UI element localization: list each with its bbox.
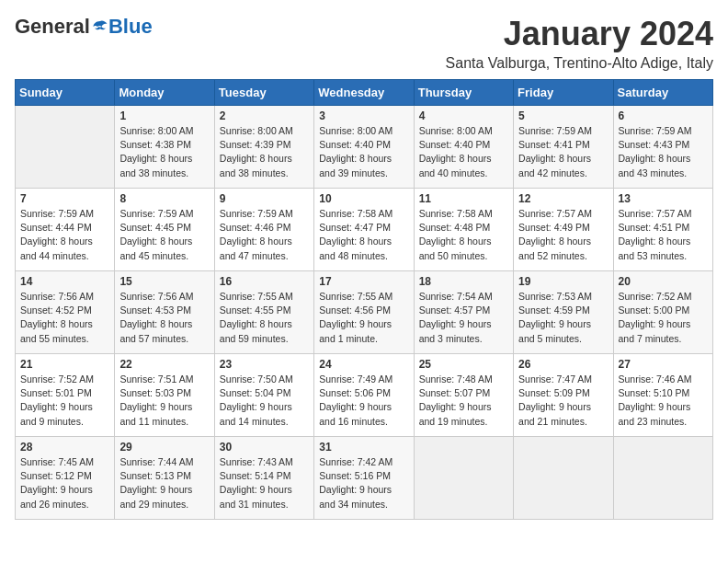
logo-bird-icon — [92, 18, 108, 35]
day-info: Sunrise: 7:48 AM Sunset: 5:07 PM Dayligh… — [419, 373, 508, 429]
calendar-cell: 24Sunrise: 7:49 AM Sunset: 5:06 PM Dayli… — [314, 354, 414, 437]
day-number: 14 — [20, 275, 109, 288]
calendar-week-row: 21Sunrise: 7:52 AM Sunset: 5:01 PM Dayli… — [16, 354, 713, 437]
day-info: Sunrise: 7:53 AM Sunset: 4:59 PM Dayligh… — [518, 290, 608, 346]
calendar-table: SundayMondayTuesdayWednesdayThursdayFrid… — [15, 79, 713, 520]
day-number: 27 — [619, 358, 708, 371]
day-info: Sunrise: 7:55 AM Sunset: 4:55 PM Dayligh… — [220, 290, 309, 346]
calendar-cell — [514, 437, 613, 520]
day-number: 15 — [119, 275, 209, 288]
calendar-week-row: 28Sunrise: 7:45 AM Sunset: 5:12 PM Dayli… — [16, 437, 713, 520]
calendar-week-row: 14Sunrise: 7:56 AM Sunset: 4:52 PM Dayli… — [16, 271, 713, 354]
calendar-cell: 29Sunrise: 7:44 AM Sunset: 5:13 PM Dayli… — [115, 437, 214, 520]
day-number: 10 — [319, 192, 408, 205]
calendar-week-row: 7Sunrise: 7:59 AM Sunset: 4:44 PM Daylig… — [16, 189, 713, 271]
day-number: 17 — [319, 275, 408, 288]
calendar-cell: 30Sunrise: 7:43 AM Sunset: 5:14 PM Dayli… — [214, 437, 313, 520]
calendar-cell — [414, 437, 513, 520]
calendar-cell: 10Sunrise: 7:58 AM Sunset: 4:47 PM Dayli… — [314, 189, 414, 271]
day-number: 8 — [119, 192, 209, 205]
day-number: 20 — [619, 275, 708, 288]
day-info: Sunrise: 7:47 AM Sunset: 5:09 PM Dayligh… — [518, 373, 608, 429]
page-header: General Blue January 2024 Santa Valburga… — [15, 15, 713, 72]
day-info: Sunrise: 7:52 AM Sunset: 5:00 PM Dayligh… — [619, 290, 708, 346]
weekday-header-saturday: Saturday — [613, 80, 712, 106]
calendar-cell — [16, 106, 115, 189]
calendar-cell: 21Sunrise: 7:52 AM Sunset: 5:01 PM Dayli… — [16, 354, 115, 437]
day-info: Sunrise: 7:58 AM Sunset: 4:48 PM Dayligh… — [419, 207, 508, 263]
day-info: Sunrise: 8:00 AM Sunset: 4:38 PM Dayligh… — [119, 124, 209, 180]
day-info: Sunrise: 7:54 AM Sunset: 4:57 PM Dayligh… — [419, 290, 508, 346]
day-info: Sunrise: 7:59 AM Sunset: 4:45 PM Dayligh… — [119, 207, 209, 263]
day-info: Sunrise: 7:45 AM Sunset: 5:12 PM Dayligh… — [20, 455, 109, 511]
day-number: 25 — [419, 358, 508, 371]
calendar-cell: 19Sunrise: 7:53 AM Sunset: 4:59 PM Dayli… — [514, 271, 613, 354]
weekday-header-thursday: Thursday — [414, 80, 513, 106]
calendar-cell: 27Sunrise: 7:46 AM Sunset: 5:10 PM Dayli… — [613, 354, 712, 437]
day-info: Sunrise: 7:57 AM Sunset: 4:51 PM Dayligh… — [619, 207, 708, 263]
day-info: Sunrise: 7:49 AM Sunset: 5:06 PM Dayligh… — [319, 373, 408, 429]
day-number: 31 — [319, 441, 408, 454]
day-number: 28 — [20, 441, 109, 454]
title-section: January 2024 Santa Valburga, Trentino-Al… — [446, 15, 713, 72]
day-info: Sunrise: 7:56 AM Sunset: 4:52 PM Dayligh… — [20, 290, 109, 346]
calendar-cell: 2Sunrise: 8:00 AM Sunset: 4:39 PM Daylig… — [214, 106, 313, 189]
day-info: Sunrise: 8:00 AM Sunset: 4:39 PM Dayligh… — [220, 124, 309, 180]
calendar-cell: 28Sunrise: 7:45 AM Sunset: 5:12 PM Dayli… — [16, 437, 115, 520]
day-info: Sunrise: 7:58 AM Sunset: 4:47 PM Dayligh… — [319, 207, 408, 263]
calendar-cell: 18Sunrise: 7:54 AM Sunset: 4:57 PM Dayli… — [414, 271, 513, 354]
logo-general-text: General — [15, 15, 90, 39]
day-info: Sunrise: 7:50 AM Sunset: 5:04 PM Dayligh… — [220, 373, 309, 429]
day-info: Sunrise: 7:42 AM Sunset: 5:16 PM Dayligh… — [319, 455, 408, 511]
day-info: Sunrise: 8:00 AM Sunset: 4:40 PM Dayligh… — [419, 124, 508, 180]
day-number: 30 — [220, 441, 309, 454]
day-info: Sunrise: 7:55 AM Sunset: 4:56 PM Dayligh… — [319, 290, 408, 346]
calendar-cell: 12Sunrise: 7:57 AM Sunset: 4:49 PM Dayli… — [514, 189, 613, 271]
weekday-header-friday: Friday — [514, 80, 613, 106]
calendar-cell: 7Sunrise: 7:59 AM Sunset: 4:44 PM Daylig… — [16, 189, 115, 271]
day-number: 1 — [119, 109, 209, 122]
calendar-cell: 6Sunrise: 7:59 AM Sunset: 4:43 PM Daylig… — [613, 106, 712, 189]
day-info: Sunrise: 7:59 AM Sunset: 4:44 PM Dayligh… — [20, 207, 109, 263]
day-number: 11 — [419, 192, 508, 205]
weekday-header-tuesday: Tuesday — [214, 80, 313, 106]
day-number: 5 — [518, 109, 608, 122]
day-info: Sunrise: 7:59 AM Sunset: 4:41 PM Dayligh… — [518, 124, 608, 180]
day-info: Sunrise: 7:59 AM Sunset: 4:46 PM Dayligh… — [220, 207, 309, 263]
calendar-cell: 15Sunrise: 7:56 AM Sunset: 4:53 PM Dayli… — [115, 271, 214, 354]
logo-blue-text: Blue — [108, 15, 153, 39]
day-number: 12 — [518, 192, 608, 205]
calendar-cell: 25Sunrise: 7:48 AM Sunset: 5:07 PM Dayli… — [414, 354, 513, 437]
day-number: 7 — [20, 192, 109, 205]
day-number: 18 — [419, 275, 508, 288]
day-number: 24 — [319, 358, 408, 371]
day-info: Sunrise: 7:46 AM Sunset: 5:10 PM Dayligh… — [619, 373, 708, 429]
calendar-cell: 17Sunrise: 7:55 AM Sunset: 4:56 PM Dayli… — [314, 271, 414, 354]
day-number: 3 — [319, 109, 408, 122]
day-info: Sunrise: 7:43 AM Sunset: 5:14 PM Dayligh… — [220, 455, 309, 511]
calendar-cell: 1Sunrise: 8:00 AM Sunset: 4:38 PM Daylig… — [115, 106, 214, 189]
day-number: 19 — [518, 275, 608, 288]
logo: General Blue — [15, 15, 153, 39]
calendar-cell: 9Sunrise: 7:59 AM Sunset: 4:46 PM Daylig… — [214, 189, 313, 271]
calendar-week-row: 1Sunrise: 8:00 AM Sunset: 4:38 PM Daylig… — [16, 106, 713, 189]
calendar-cell: 31Sunrise: 7:42 AM Sunset: 5:16 PM Dayli… — [314, 437, 414, 520]
weekday-header-row: SundayMondayTuesdayWednesdayThursdayFrid… — [16, 80, 713, 106]
calendar-cell: 26Sunrise: 7:47 AM Sunset: 5:09 PM Dayli… — [514, 354, 613, 437]
day-number: 23 — [220, 358, 309, 371]
day-number: 21 — [20, 358, 109, 371]
day-number: 13 — [619, 192, 708, 205]
weekday-header-sunday: Sunday — [16, 80, 115, 106]
weekday-header-monday: Monday — [115, 80, 214, 106]
day-info: Sunrise: 7:56 AM Sunset: 4:53 PM Dayligh… — [119, 290, 209, 346]
day-number: 22 — [119, 358, 209, 371]
calendar-cell — [613, 437, 712, 520]
day-number: 4 — [419, 109, 508, 122]
day-info: Sunrise: 7:44 AM Sunset: 5:13 PM Dayligh… — [119, 455, 209, 511]
calendar-cell: 11Sunrise: 7:58 AM Sunset: 4:48 PM Dayli… — [414, 189, 513, 271]
day-number: 29 — [119, 441, 209, 454]
day-number: 6 — [619, 109, 708, 122]
calendar-cell: 4Sunrise: 8:00 AM Sunset: 4:40 PM Daylig… — [414, 106, 513, 189]
day-number: 9 — [220, 192, 309, 205]
calendar-title: January 2024 — [446, 15, 713, 53]
